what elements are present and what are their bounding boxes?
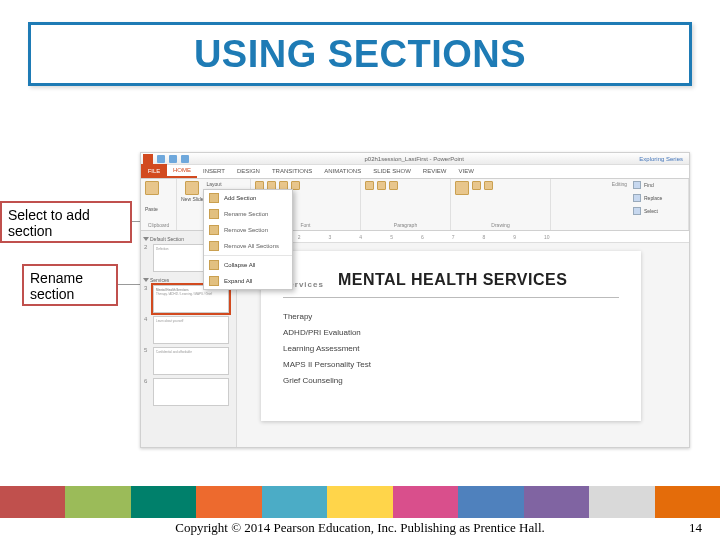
select-label[interactable]: Select (644, 208, 658, 214)
slide-heading: MENTAL HEALTH SERVICES (338, 271, 567, 289)
menu-remove-section[interactable]: Remove Section (204, 222, 292, 238)
section-services-label: Services (150, 277, 169, 283)
find-icon[interactable] (633, 181, 641, 189)
bullet-5: Grief Counseling (283, 376, 619, 385)
add-section-icon (209, 193, 219, 203)
paste-icon[interactable] (145, 181, 159, 195)
arrange-icon[interactable] (472, 181, 481, 190)
section-default-label: Default Section (150, 236, 184, 242)
rename-section-icon (209, 209, 219, 219)
expand-icon (209, 276, 219, 286)
powerpoint-icon (143, 154, 153, 164)
chevron-down-icon (143, 237, 149, 241)
pp-window-title: p02h1session_LastFirst - PowerPoint (189, 156, 639, 162)
menu-collapse-all[interactable]: Collapse All (204, 257, 292, 273)
menu-collapse-label: Collapse All (224, 262, 255, 268)
thumb-num-5: 5 (144, 347, 150, 353)
copyright: Copyright © 2014 Pearson Education, Inc.… (0, 520, 720, 536)
menu-add-section[interactable]: Add Section (204, 190, 292, 206)
menu-rename-section-label: Rename Section (224, 211, 268, 217)
numbering-icon[interactable] (377, 181, 386, 190)
menu-remove-all-label: Remove All Sections (224, 243, 279, 249)
find-label[interactable]: Find (644, 182, 654, 188)
redo-icon[interactable] (181, 155, 189, 163)
horizontal-ruler: 12345678910 (237, 231, 689, 243)
slide-canvas: 12345678910 Services MENTAL HEALTH SERVI… (237, 231, 689, 447)
menu-expand-label: Expand All (224, 278, 252, 284)
align-icon[interactable] (389, 181, 398, 190)
tab-insert[interactable]: INSERT (197, 164, 231, 178)
group-editing-body: Find Replace Select (633, 181, 685, 217)
tab-file[interactable]: FILE (141, 164, 167, 178)
replace-label[interactable]: Replace (644, 195, 662, 201)
thumb-num-4: 4 (144, 316, 150, 322)
color-bar (0, 486, 720, 518)
section-dropdown-menu: Add Section Rename Section Remove Sectio… (203, 189, 293, 290)
thumb-num-2: 2 (144, 244, 150, 250)
new-slide-label: New Slide (181, 196, 204, 202)
bullet-2: ADHD/PRI Evaluation (283, 328, 619, 337)
callout-add-section: Select to add section (0, 201, 132, 243)
menu-add-section-label: Add Section (224, 195, 256, 201)
remove-section-icon (209, 225, 219, 235)
thumb-num-6: 6 (144, 378, 150, 384)
ribbon: Paste Clipboard New Slide Layout Reset S… (141, 179, 689, 231)
menu-expand-all[interactable]: Expand All (204, 273, 292, 289)
thumb-5[interactable]: Confidential and affordable (153, 347, 229, 375)
slide-title-box: USING SECTIONS (28, 22, 692, 86)
group-clipboard: Clipboard (145, 222, 172, 228)
thumb-num-3: 3 (144, 285, 150, 291)
active-slide[interactable]: Services MENTAL HEALTH SERVICES Therapy … (261, 251, 641, 421)
menu-rename-section[interactable]: Rename Section (204, 206, 292, 222)
replace-icon[interactable] (633, 194, 641, 202)
menu-remove-all-sections[interactable]: Remove All Sections (204, 238, 292, 254)
group-drawing: Drawing (455, 222, 546, 228)
bullet-3: Learning Assessment (283, 344, 619, 353)
tab-review[interactable]: REVIEW (417, 164, 453, 178)
tab-transitions[interactable]: TRANSITIONS (266, 164, 318, 178)
undo-icon[interactable] (169, 155, 177, 163)
select-icon[interactable] (633, 207, 641, 215)
paste-label: Paste (145, 206, 172, 212)
pp-branding: Exploring Series (639, 156, 689, 162)
remove-all-icon (209, 241, 219, 251)
group-paragraph: Paragraph (365, 222, 446, 228)
save-icon[interactable] (157, 155, 165, 163)
collapse-icon (209, 260, 219, 270)
quick-access-toolbar (157, 155, 189, 163)
new-slide-icon[interactable] (185, 181, 199, 195)
bullets-icon[interactable] (365, 181, 374, 190)
tab-view[interactable]: VIEW (453, 164, 480, 178)
tab-slideshow[interactable]: SLIDE SHOW (367, 164, 417, 178)
chevron-down-icon (143, 278, 149, 282)
bullet-4: MAPS II Personality Test (283, 360, 619, 369)
tab-design[interactable]: DESIGN (231, 164, 266, 178)
page-number: 14 (689, 520, 702, 536)
menu-separator (204, 255, 292, 256)
quickstyles-icon[interactable] (484, 181, 493, 190)
callout-rename-section: Rename section (22, 264, 118, 306)
menu-remove-section-label: Remove Section (224, 227, 268, 233)
tab-home[interactable]: HOME (167, 164, 197, 178)
thumb-6[interactable] (153, 378, 229, 406)
bullet-1: Therapy (283, 312, 619, 321)
compass-decoration (0, 282, 160, 502)
ribbon-tabs: FILE HOME INSERT DESIGN TRANSITIONS ANIM… (141, 165, 689, 179)
powerpoint-window: p02h1session_LastFirst - PowerPoint Expl… (140, 152, 690, 448)
tab-animations[interactable]: ANIMATIONS (318, 164, 367, 178)
layout-button[interactable]: Layout (207, 181, 234, 187)
slide-title: USING SECTIONS (194, 33, 526, 76)
thumb-4[interactable]: Learn about yourself (153, 316, 229, 344)
shapes-icon[interactable] (455, 181, 469, 195)
